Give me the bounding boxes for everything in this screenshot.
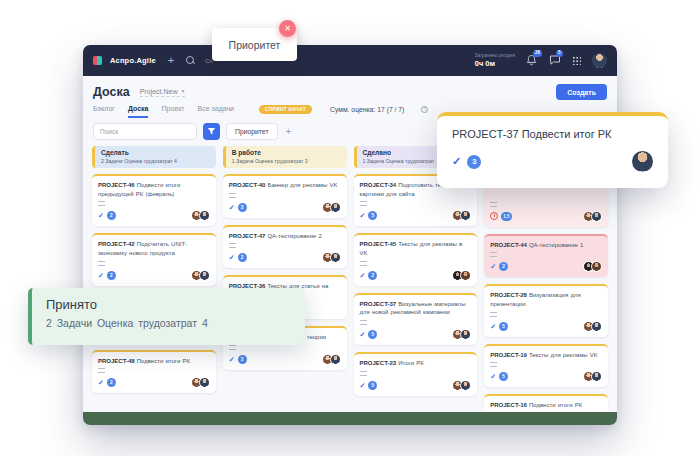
overdue-clock-icon [490,212,498,220]
task-card[interactable]: PROJECT-19Тексты для рекламы VK ✓5 [484,344,608,388]
estimate-badge: 2 [238,253,247,262]
checkmark-icon: ✓ [229,356,235,363]
task-id: PROJECT-28 [490,292,527,298]
column-todo: Сделать 2 Задачи Оценка трудозатрат 4 PR… [92,146,216,425]
task-card[interactable]: PROJECT-45Тексты для рекламы в VK ✓2 [354,233,478,285]
avatar [199,210,210,221]
task-title: Подвести итоги РК [137,358,190,364]
time-tracker-label: Затрачено сегодня [475,53,515,59]
accepted-title: Принято [46,297,291,312]
column-header[interactable]: Сделать 2 Задачи Оценка трудозатрат 4 [92,146,216,168]
task-title: Баннер для рекламы VK [267,182,337,188]
task-card[interactable]: PROJECT-28Визуализация для презентации ✓… [484,284,608,336]
task-card[interactable]: PROJECT-37Визуальные материалы для новой… [354,293,478,345]
notifications-button[interactable]: 26 [526,54,538,66]
add-icon[interactable]: + [168,55,174,66]
task-card[interactable]: PROJECT-44QA-тестирование 1 ✓2 [484,234,608,278]
task-id: PROJECT-42 [98,241,135,247]
checkmark-icon: ✓ [360,382,366,389]
task-card[interactable]: PROJECT-42Подсчитать UNIT-экономику ново… [92,233,216,285]
funnel-icon [207,127,216,136]
task-card[interactable]: PROJECT-23Итоги РК ✓5 [354,352,478,396]
avatar [591,371,602,382]
checkmark-icon: ✓ [490,263,496,270]
task-id: PROJECT-48 [98,358,135,364]
chevron-down-icon: ▼ [180,88,185,94]
description-icon [98,201,105,206]
column-header[interactable]: В работе 1 Задача Оценка трудозатрат 3 [223,146,347,168]
create-button[interactable]: Создать [556,84,607,100]
task-id: PROJECT-46 [98,182,135,188]
messages-badge: 5 [556,50,563,57]
checkmark-icon: ✓ [98,212,104,219]
avatar [591,211,602,222]
add-filter-button[interactable]: + [286,126,292,137]
avatar [460,270,471,281]
description-icon [360,201,367,206]
column-name: Сделать [101,149,210,158]
task-card[interactable]: PROJECT-48Подвести итоги РК ✓2 [92,350,216,394]
messages-button[interactable]: 5 [549,54,561,66]
task-id: PROJECT-44 [490,242,527,248]
description-icon [98,261,105,266]
priority-filter-chip[interactable]: Приоритет [226,123,278,140]
estimate-badge: 2 [107,378,116,387]
estimate-badge: 2 [499,262,508,271]
column-meta: 2 Задачи Оценка трудозатрат 4 [101,158,210,165]
avatar [330,354,341,365]
board-header: Доска Project.New ▼ Создать [83,76,617,103]
time-tracker-value: 0ч 0м [475,59,515,68]
avatar [632,151,653,172]
estimate-badge: 2 [107,271,116,280]
accepted-meta: 2 Задачи Оценка трудозатрат 4 [46,317,291,329]
description-icon [229,243,236,248]
avatar [330,252,341,263]
column-meta: 1 Задача Оценка трудозатрат 3 [232,158,341,165]
tab-project[interactable]: Проект [161,105,184,118]
bottom-green-strip [83,412,617,425]
search-icon[interactable] [186,56,195,65]
notifications-badge: 26 [533,50,542,57]
filter-button[interactable] [203,123,220,140]
tab-backlog[interactable]: Бэклог [93,105,115,118]
task-id: PROJECT-19 [490,352,527,358]
checkmark-icon: ✓ [98,272,104,279]
description-icon [229,193,236,198]
checkmark-icon: ✓ [360,331,366,338]
task-title: Итоги РК [398,360,424,366]
estimate-badge: 3 [238,355,247,364]
task-card[interactable]: PROJECT-40Баннер для рекламы VK ✓3 [223,174,347,218]
board-selector[interactable]: Project.New ▼ [140,88,186,97]
time-tracker[interactable]: Затрачено сегодня 0ч 0м [475,53,515,68]
checkmark-icon: ✓ [360,272,366,279]
task-card[interactable]: PROJECT-46Подвести итоги предыдущей РК (… [92,174,216,226]
column-in-progress: В работе 1 Задача Оценка трудозатрат 3 P… [223,146,347,425]
tab-board[interactable]: Доска [128,105,149,118]
user-avatar[interactable] [592,53,607,68]
estimate-badge: 3 [238,203,247,212]
checkmark-icon: ✓ [360,212,366,219]
description-icon [360,320,367,325]
checkmark-icon: ✓ [490,373,496,380]
checkmark-icon: ✓ [452,155,461,168]
task-popup[interactable]: PROJECT-37 Подвести итог РК ✓ 3 [437,112,668,188]
task-id: PROJECT-34 [360,182,397,188]
description-icon [490,252,497,257]
task-popup-title: PROJECT-37 Подвести итог РК [452,128,653,140]
avatar [330,202,341,213]
apps-grid-icon[interactable] [572,56,581,65]
task-id: PROJECT-37 [360,301,397,307]
help-icon[interactable]: ? [421,106,428,113]
description-icon [490,312,497,317]
close-icon[interactable]: ✕ [279,20,296,37]
avatar [591,321,602,332]
task-id: PROJECT-23 [360,360,397,366]
avatar [591,261,602,272]
task-title: QA-тестирование 1 [529,242,583,248]
tab-all-tasks[interactable]: Все задачи [198,105,235,118]
task-card[interactable]: PROJECT-47QA-тестирование 2 ✓2 [223,225,347,269]
top-navbar: Аспро.Agile + Сп Затрачено сегодня 0ч 0м… [83,45,617,76]
checkmark-icon: ✓ [490,323,496,330]
task-title: теории [307,334,326,340]
search-input[interactable] [93,123,197,140]
